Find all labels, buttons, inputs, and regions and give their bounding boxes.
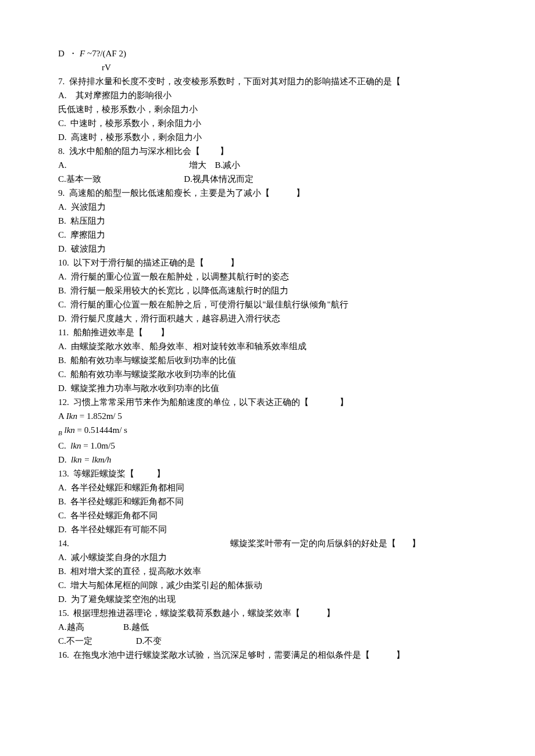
text-line: D. 各半径处螺距有可能不同 <box>58 522 477 536</box>
text-line: A. 由螺旋桨敞水效率、船身效率、相对旋转效率和轴系效率组成 <box>58 339 477 353</box>
text-line: A. 增大 B.减小 <box>58 158 477 172</box>
text-line: C. 中速时，棱形系数小，剩余阻力小 <box>58 116 477 130</box>
text-line: C. lkn = 1.0m/5 <box>58 439 477 453</box>
text-line: C. 各半径处螺距角都不同 <box>58 508 477 522</box>
text-line: A. 各半径处螺距和螺距角都相同 <box>58 481 477 495</box>
text-line: D. 滑行艇尺度越大，滑行面积越大，越容易进入滑行状态 <box>58 311 477 325</box>
text-line: 氏低速时，棱形系数小，剩余阻力小 <box>58 102 477 116</box>
text-line: A Ikn = 1.852m/ 5 <box>58 409 477 423</box>
text-line: 7. 保持排水量和长度不变时，改变棱形系数时，下面对其对阻力的影响描述不正确的是… <box>58 74 477 88</box>
text-line: 15. 根据理想推进器理论，螺旋桨载荷系数越小，螺旋桨效率【 】 <box>58 606 477 620</box>
document-body: D ・ F ~7?/(AF 2) rV7. 保持排水量和长度不变时，改变棱形系数… <box>58 46 477 662</box>
text-line: rV <box>58 60 477 74</box>
text-line: C. 船舶有效功率与螺旋桨敞水收到功率的比值 <box>58 367 477 381</box>
text-line: A. 减小螺旋桨自身的水阻力 <box>58 550 477 564</box>
text-line: A. 兴波阻力 <box>58 200 477 214</box>
text-line: D ・ F ~7?/(AF 2) <box>58 46 477 60</box>
text-line: D. 高速时，棱形系数小，剩余阻力小 <box>58 130 477 144</box>
text-line: 10. 以下对于滑行艇的描述正确的是【 】 <box>58 256 477 270</box>
text-line: D. 破波阻力 <box>58 242 477 256</box>
text-line: 11. 船舶推进效率是【 】 <box>58 325 477 339</box>
text-line: B. 粘压阻力 <box>58 214 477 228</box>
text-line: C.基本一致 D.视具体情况而定 <box>58 172 477 186</box>
text-line: B. 各半径处螺距和螺距角都不同 <box>58 495 477 508</box>
text-line: 16. 在拖曳水池中进行螺旋桨敞水试验，当沉深足够时，需要满足的相似条件是【 】 <box>58 648 477 662</box>
text-line: A.越高 B.越低 <box>58 620 477 634</box>
text-line: A. 其对摩擦阻力的影响很小 <box>58 88 477 102</box>
text-line: 12. 习惯上常常采用节来作为船舶速度的单位，以下表达正确的【 】 <box>58 395 477 409</box>
text-line: B. 滑行艇一般采用较大的长宽比，以降低高速航行时的阻力 <box>58 284 477 298</box>
text-line: C.不一定 D.不变 <box>58 634 477 648</box>
text-line: D. lkn = lkm/h <box>58 453 477 467</box>
text-line: A. 滑行艇的重心位置一般在船肿处，以调整其航行时的姿态 <box>58 270 477 284</box>
text-line: B lkn = 0.51444m/ s <box>58 423 477 439</box>
text-line: C. 增大与船体尾框的间隙，减少由桨引起的船体振动 <box>58 578 477 592</box>
text-line: D. 螺旋桨推力功率与敞水收到功率的比值 <box>58 381 477 395</box>
text-line: B. 相对增大桨的直径，提高敞水效率 <box>58 564 477 578</box>
text-line: 13. 等螺距螺旋桨【 】 <box>58 467 477 481</box>
text-line: 8. 浅水中船舶的阻力与深水相比会【 】 <box>58 144 477 158</box>
text-line: B. 船舶有效功率与螺旋桨船后收到功率的比值 <box>58 353 477 367</box>
text-line: 14. 螺旋桨桨叶带有一定的向后纵斜的好处是【 】 <box>58 536 477 550</box>
text-line: C. 摩擦阻力 <box>58 228 477 242</box>
text-line: 9. 高速船的船型一般比低速船瘦长，主要是为了减小【 】 <box>58 186 477 200</box>
text-line: C. 滑行艇的重心位置一般在船肿之后，可使滑行艇以"最佳航行纵倾角"航行 <box>58 298 477 311</box>
text-line: D. 为了避免螺旋桨空泡的出现 <box>58 592 477 606</box>
